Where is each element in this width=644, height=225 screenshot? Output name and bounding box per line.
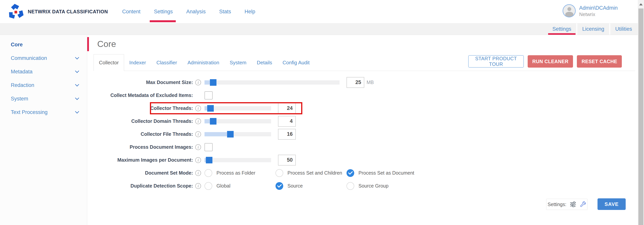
info-icon[interactable] [195, 144, 201, 150]
user-name: Admin\DCAdmin [579, 5, 618, 11]
row-collector-threads: Collector Threads: [87, 102, 638, 115]
info-icon[interactable] [195, 105, 201, 111]
radio-process-set-and-children[interactable]: Process Set and Children [276, 169, 346, 177]
avatar-torso-icon [565, 12, 574, 17]
info-icon[interactable] [195, 80, 201, 85]
reset-cache-button[interactable]: RESET CACHE [577, 55, 622, 68]
radio-selected-icon[interactable] [346, 169, 354, 177]
scrollbar-thumb[interactable] [638, 9, 644, 225]
max-document-size-input[interactable] [346, 77, 364, 88]
sidebar-item-metadata[interactable]: Metadata [0, 65, 87, 78]
tab-classifier[interactable]: Classifier [151, 60, 182, 66]
process-document-images-checkbox[interactable] [204, 143, 212, 151]
settings-label: Settings: [548, 202, 566, 207]
radio-selected-icon[interactable] [276, 182, 283, 190]
main-content: Core Collector Indexer Classifier Admini… [87, 35, 638, 225]
nav-analysis[interactable]: Analysis [186, 0, 206, 23]
settings-subnav: Settings Licensing Utilities [0, 23, 644, 35]
vertical-scrollbar[interactable] [638, 0, 644, 225]
field-label: Max Document Size: [87, 80, 193, 85]
nav-help[interactable]: Help [245, 0, 256, 23]
info-icon[interactable] [195, 131, 201, 137]
tab-system[interactable]: System [224, 60, 252, 66]
nav-stats[interactable]: Stats [219, 0, 231, 23]
radio-process-set-as-document[interactable]: Process Set as Document [346, 169, 414, 177]
info-icon[interactable] [195, 183, 201, 189]
collector-threads-slider [204, 106, 271, 110]
collector-threads-input[interactable] [278, 103, 296, 114]
slider-handle[interactable] [210, 79, 216, 86]
collector-file-threads-slider [204, 132, 271, 136]
field-label: Duplicate Detection Scope: [87, 183, 193, 189]
tab-collector[interactable]: Collector [94, 54, 124, 71]
row-process-document-images: Process Document Images: [87, 141, 638, 153]
collector-settings-form: Max Document Size: MB Collect Metadata o… [87, 76, 638, 192]
chevron-down-icon [75, 109, 79, 113]
field-label: Process Document Images: [87, 144, 193, 150]
avatar-head-icon [568, 7, 571, 11]
row-max-document-size: Max Document Size: MB [87, 76, 638, 89]
sidebar-item-core[interactable]: Core [0, 38, 87, 51]
row-duplicate-detection-scope: Duplicate Detection Scope: Global Source… [87, 179, 638, 192]
collector-domain-threads-slider [204, 119, 271, 123]
scroll-up-arrow-icon[interactable] [638, 0, 644, 9]
user-menu[interactable]: Admin\DCAdmin Netwrix [562, 4, 618, 17]
radio-icon[interactable] [204, 182, 212, 190]
info-icon[interactable] [195, 118, 201, 124]
subnav-utilities[interactable]: Utilities [609, 23, 637, 35]
slider-handle[interactable] [227, 131, 234, 137]
radio-icon[interactable] [346, 182, 354, 190]
radio-icon[interactable] [204, 169, 212, 177]
maximum-images-input[interactable] [278, 155, 296, 165]
field-label: Collect Metadata of Excluded Items: [87, 93, 193, 98]
save-button[interactable]: SAVE [598, 198, 626, 210]
nav-content[interactable]: Content [122, 0, 140, 23]
collect-metadata-checkbox[interactable] [204, 91, 212, 99]
chevron-down-icon [75, 69, 79, 73]
brand-title: NETWRIX DATA CLASSIFICATION [28, 9, 108, 15]
slider-handle[interactable] [206, 157, 212, 163]
row-document-set-mode: Document Set Mode: Process as Folder Pro… [87, 166, 638, 179]
wrench-icon[interactable] [580, 201, 586, 208]
start-product-tour-button[interactable]: START PRODUCT TOUR [468, 55, 524, 68]
chevron-down-icon [75, 55, 79, 59]
sliders-icon[interactable] [570, 201, 576, 207]
row-maximum-images: Maximum Images per Document: [87, 153, 638, 166]
chevron-down-icon [75, 82, 79, 86]
radio-source-group[interactable]: Source Group [346, 182, 388, 190]
tab-administration[interactable]: Administration [182, 60, 224, 66]
radio-source[interactable]: Source [276, 182, 346, 190]
radio-icon[interactable] [276, 169, 283, 177]
radio-process-as-folder[interactable]: Process as Folder [204, 169, 276, 177]
tab-config-audit[interactable]: Config Audit [278, 60, 315, 66]
slider-handle[interactable] [210, 118, 216, 125]
collector-file-threads-input[interactable] [278, 129, 296, 140]
settings-quick-box: Settings: [546, 199, 588, 210]
app-header: NETWRIX DATA CLASSIFICATION Content Sett… [0, 0, 644, 23]
page-title: Core [97, 39, 116, 49]
user-org: Netwrix [579, 11, 618, 17]
sidebar-item-redaction[interactable]: Redaction [0, 78, 87, 92]
info-icon[interactable] [195, 170, 201, 176]
subnav-licensing[interactable]: Licensing [576, 23, 609, 35]
core-tabs: Collector Indexer Classifier Administrat… [94, 54, 315, 71]
sidebar-item-text-processing[interactable]: Text Processing [0, 105, 87, 119]
slider-handle[interactable] [207, 105, 214, 112]
unit-label: MB [366, 80, 374, 85]
field-label: Collector File Threads: [87, 131, 193, 137]
field-label: Document Set Mode: [87, 170, 193, 176]
run-cleaner-button[interactable]: RUN CLEANER [528, 55, 573, 68]
sidebar-item-system[interactable]: System [0, 92, 87, 105]
subnav-settings[interactable]: Settings [547, 23, 576, 35]
sidebar-item-communication[interactable]: Communication [0, 51, 87, 65]
tab-details[interactable]: Details [252, 60, 277, 66]
radio-global[interactable]: Global [204, 182, 276, 190]
settings-sidebar: Core Communication Metadata Redaction Sy… [0, 35, 87, 225]
nav-settings[interactable]: Settings [154, 0, 173, 23]
collector-domain-threads-input[interactable] [278, 116, 296, 127]
field-label: Maximum Images per Document: [87, 157, 193, 163]
info-icon[interactable] [195, 157, 201, 163]
top-navigation: Content Settings Analysis Stats Help [122, 0, 255, 23]
tab-indexer[interactable]: Indexer [124, 60, 151, 66]
netwrix-logo-icon [7, 3, 25, 20]
